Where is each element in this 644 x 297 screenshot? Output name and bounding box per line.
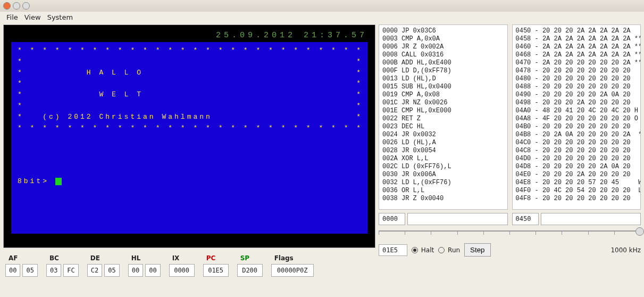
- emulator-screen: 25.09.2012 21:37.57 * * * * * * * * * * …: [3, 24, 375, 248]
- pc-goto-input[interactable]: 01E5: [379, 244, 407, 256]
- reg-label-sp: SP: [237, 254, 249, 262]
- screen-side: * *: [18, 56, 361, 68]
- halt-radio[interactable]: Halt: [412, 246, 434, 254]
- step-button[interactable]: Step: [464, 243, 490, 257]
- menu-system[interactable]: System: [45, 13, 75, 21]
- reg-label-af: AF: [5, 254, 18, 262]
- hexdump-panel[interactable]: 0450 - 20 20 20 2A 2A 2A 2A 2A ***** 045…: [512, 24, 641, 210]
- reg-hl-lo[interactable]: 00: [145, 264, 160, 277]
- reg-label-de: DE: [87, 254, 100, 262]
- reg-hl-hi[interactable]: 00: [128, 264, 143, 277]
- reg-af-lo[interactable]: 05: [22, 264, 37, 277]
- disassembly-panel[interactable]: 0000 JP 0x03C6 0003 CMP A,0x0A 0006 JR Z…: [379, 24, 508, 210]
- reg-label-ix: IX: [169, 254, 180, 262]
- screen-side: * *: [18, 101, 361, 112]
- maximize-button[interactable]: [22, 2, 30, 10]
- reg-label-hl: HL: [128, 254, 141, 262]
- reg-label-pc: PC: [203, 254, 216, 262]
- menu-view[interactable]: View: [22, 13, 43, 21]
- reg-de-lo[interactable]: 05: [104, 264, 119, 277]
- reg-label-flags: Flags: [271, 254, 294, 262]
- screen-border-bottom: * * * * * * * * * * * * * * * * * * * * …: [18, 123, 361, 134]
- slider-thumb[interactable]: [635, 227, 644, 236]
- reg-label-bc: BC: [46, 254, 59, 262]
- hex-addr-input[interactable]: 0450: [512, 213, 539, 225]
- reg-ix[interactable]: 0000: [169, 264, 195, 277]
- frequency-label: 1000 kHz: [610, 246, 641, 254]
- run-radio[interactable]: Run: [438, 246, 460, 254]
- screen-line-2: * W E L T *: [18, 89, 361, 101]
- clock-text: 25.09.2012 21:37.57: [216, 29, 367, 42]
- reg-flags[interactable]: 00000P0Z: [271, 264, 314, 277]
- minimize-button[interactable]: [13, 2, 20, 10]
- register-bar: AF 00 05 BC 03 FC DE C2 05: [3, 252, 375, 279]
- menubar: File View System: [0, 12, 644, 22]
- cursor: [55, 178, 62, 185]
- reg-bc-lo[interactable]: FC: [63, 264, 78, 277]
- speed-slider[interactable]: [379, 228, 641, 241]
- screen-side: * *: [18, 78, 361, 89]
- screen-line-3: * (c) 2012 Christian Wahlmann *: [18, 112, 361, 123]
- menu-file[interactable]: File: [4, 13, 20, 21]
- reg-sp[interactable]: D200: [237, 264, 263, 277]
- screen-prompt: 8bit>: [18, 176, 361, 187]
- reg-de-hi[interactable]: C2: [87, 264, 102, 277]
- screen-line-1: * H A L L O *: [18, 68, 361, 79]
- close-button[interactable]: [3, 2, 11, 10]
- disasm-entry-input[interactable]: [407, 213, 508, 225]
- disasm-addr-input[interactable]: 0000: [379, 213, 405, 225]
- hex-entry-input[interactable]: [541, 213, 641, 225]
- reg-af-hi[interactable]: 00: [5, 264, 20, 277]
- screen-border-top: * * * * * * * * * * * * * * * * * * * * …: [18, 45, 361, 56]
- titlebar: [0, 0, 644, 12]
- reg-bc-hi[interactable]: 03: [46, 264, 61, 277]
- reg-pc[interactable]: 01E5: [203, 264, 229, 277]
